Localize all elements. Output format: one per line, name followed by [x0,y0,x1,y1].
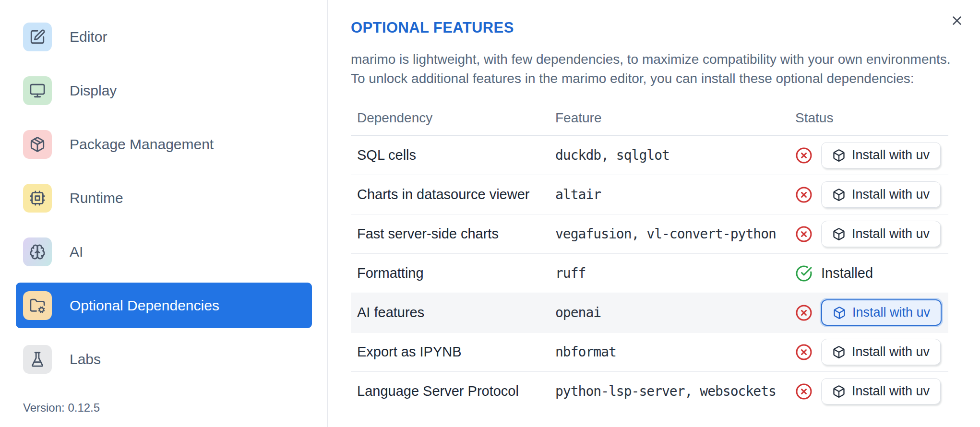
circle-x-icon [795,304,813,321]
sidebar-item-label: Labs [70,351,101,368]
status-cell: Install with uv [795,136,948,175]
install-with-uv-button[interactable]: Install with uv [821,142,941,168]
dependency-cell: Charts in datasource viewer [351,175,555,214]
sidebar-item-package-management[interactable]: Package Management [16,121,312,167]
circle-x-icon [795,147,813,164]
optional-features-panel: OPTIONAL FEATURES marimo is lightweight,… [328,0,980,427]
install-button-label: Install with uv [852,226,930,241]
sidebar-item-label: Editor [70,29,107,45]
version-label: Version: 0.12.5 [23,401,100,415]
monitor-icon [29,83,46,99]
feature-cell: vegafusion, vl-convert-python [555,214,795,254]
install-with-uv-button[interactable]: Install with uv [821,378,941,404]
status-cell: Install with uv [795,332,948,372]
sidebar-icon-tile [23,291,52,320]
sidebar-item-label: Runtime [70,190,123,206]
feature-cell: altair [555,175,795,214]
header-status: Status [795,98,948,136]
table-row: Language Server Protocolpython-lsp-serve… [351,372,948,411]
flask-icon [29,351,46,368]
table-row: AI featuresopenaiInstall with uv [351,293,948,332]
square-pen-icon [29,29,46,45]
feature-cell: python-lsp-server, websockets [555,372,795,411]
cpu-icon [29,190,46,206]
sidebar-item-runtime[interactable]: Runtime [16,175,312,221]
status-cell: Installed [795,254,948,293]
sidebar-item-label: AI [70,244,83,260]
sidebar-icon-tile [23,237,52,266]
sidebar-icon-tile [23,23,52,51]
package-icon [29,136,46,153]
dependencies-table: Dependency Feature Status SQL cellsduckd… [351,98,948,411]
brain-icon [29,244,46,260]
circle-x-icon [795,225,813,243]
box-icon [832,188,846,202]
description-line: marimo is lightweight, with few dependen… [351,50,960,69]
box-icon [832,345,846,359]
sidebar-item-optional-dependencies[interactable]: Optional Dependencies [16,283,312,328]
description-line: To unlock additional features in the mar… [351,69,960,88]
header-feature: Feature [555,98,795,136]
status-cell: Install with uv [795,293,948,332]
circle-check-icon [795,265,813,282]
box-icon [832,227,846,241]
dependency-cell: AI features [351,293,555,332]
folder-cog-icon [29,297,46,314]
install-button-label: Install with uv [852,305,930,320]
sidebar-nav: EditorDisplayPackage ManagementRuntimeAI… [16,0,312,382]
table-row: SQL cellsduckdb, sqlglotInstall with uv [351,136,948,175]
dependency-cell: SQL cells [351,136,555,175]
install-with-uv-button[interactable]: Install with uv [821,339,941,365]
dependency-cell: Export as IPYNB [351,332,555,372]
install-button-label: Install with uv [852,148,930,163]
box-icon [832,385,846,398]
dependency-cell: Fast server-side charts [351,214,555,254]
sidebar-item-label: Package Management [70,136,214,153]
table-row: Charts in datasource vieweraltairInstall… [351,175,948,214]
header-dependency: Dependency [351,98,555,136]
sidebar-item-ai[interactable]: AI [16,229,312,274]
table-row: FormattingruffInstalled [351,254,948,293]
install-with-uv-button[interactable]: Install with uv [821,181,941,208]
sidebar-item-label: Display [70,83,117,99]
table-row: Fast server-side chartsvegafusion, vl-co… [351,214,948,254]
feature-cell: duckdb, sqlglot [555,136,795,175]
settings-sidebar: EditorDisplayPackage ManagementRuntimeAI… [0,0,328,427]
dependency-cell: Language Server Protocol [351,372,555,411]
status-cell: Install with uv [795,214,948,254]
install-button-label: Install with uv [852,187,930,202]
sidebar-icon-tile [23,184,52,213]
sidebar-icon-tile [23,130,52,159]
install-button-label: Install with uv [852,384,930,399]
status-cell: Install with uv [795,372,948,411]
feature-cell: openai [555,293,795,332]
settings-dialog: EditorDisplayPackage ManagementRuntimeAI… [0,0,980,427]
sidebar-item-editor[interactable]: Editor [16,14,312,59]
feature-cell: ruff [555,254,795,293]
page-title: OPTIONAL FEATURES [351,19,980,36]
feature-cell: nbformat [555,332,795,372]
table-header-row: Dependency Feature Status [351,98,948,136]
sidebar-item-labs[interactable]: Labs [16,336,312,382]
install-button-label: Install with uv [852,344,930,359]
install-with-uv-button[interactable]: Install with uv [821,221,941,247]
box-icon [832,149,846,162]
status-cell: Install with uv [795,175,948,214]
installed-label: Installed [821,265,873,281]
circle-x-icon [795,186,813,203]
sidebar-icon-tile [23,345,52,374]
circle-x-icon [795,344,813,361]
dependency-cell: Formatting [351,254,555,293]
close-button[interactable] [948,12,966,30]
box-icon [833,306,846,320]
sidebar-item-label: Optional Dependencies [70,297,219,314]
install-with-uv-button[interactable]: Install with uv [821,299,942,326]
x-icon [950,13,964,28]
table-row: Export as IPYNBnbformatInstall with uv [351,332,948,372]
circle-x-icon [795,383,813,400]
sidebar-item-display[interactable]: Display [16,68,312,113]
sidebar-icon-tile [23,76,52,105]
description: marimo is lightweight, with few dependen… [351,50,960,88]
